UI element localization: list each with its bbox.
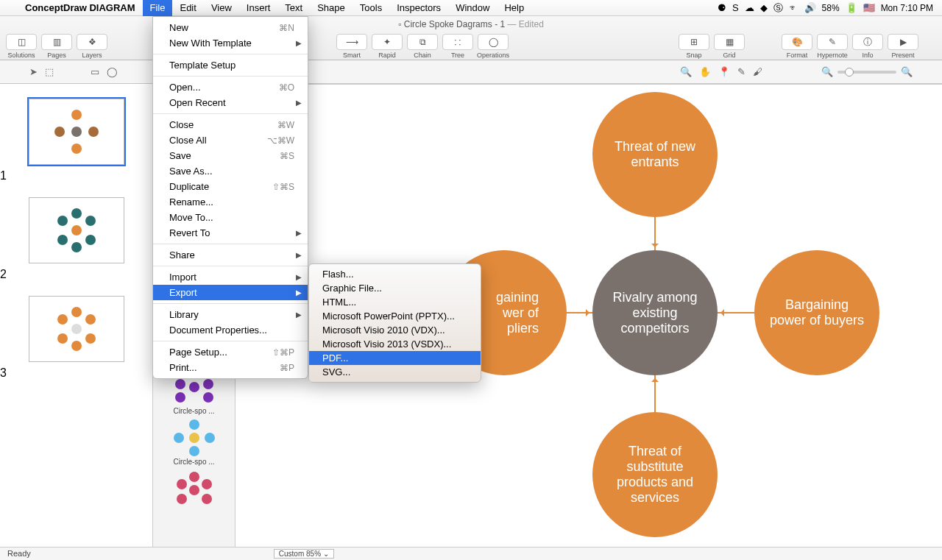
tool-hypernote[interactable]: ✎Hypernote (815, 34, 849, 59)
menu-edit[interactable]: Edit (172, 0, 203, 16)
tool-layers[interactable]: ❖Layers (75, 34, 109, 59)
lib-item-3[interactable]: Circle-spo ... (153, 419, 235, 466)
menu-insert[interactable]: Insert (239, 0, 278, 16)
hand-icon[interactable]: ✋ (699, 66, 711, 77)
window-title: ▫ Circle Spoke Dagrams - 1 — Edited (0, 19, 942, 29)
menu-window[interactable]: Window (448, 0, 497, 16)
page-thumb-2[interactable] (29, 197, 124, 263)
zoom-in-icon-2[interactable]: 🔍 (901, 66, 913, 77)
node-right[interactable]: Bargaining power of buyers (754, 250, 879, 375)
arrow-left (567, 312, 592, 313)
ellipse-icon[interactable]: ◯ (107, 66, 118, 77)
zoom-slider[interactable]: 🔍 🔍 (821, 66, 913, 77)
tool-snap[interactable]: ⊞Snap (677, 34, 711, 59)
file-menu-item[interactable]: New⌘N (153, 20, 308, 35)
app-title: ConceptDraw DIAGRAM (18, 2, 143, 13)
diamond-icon[interactable]: ◆ (760, 2, 768, 13)
file-menu-item[interactable]: Revert To▶ (153, 225, 308, 241)
file-menu-dropdown: New⌘NNew With Template▶Template SetupOpe… (152, 16, 308, 379)
tool-present[interactable]: ▶Present (886, 34, 920, 59)
menu-inspectors[interactable]: Inspectors (389, 0, 448, 16)
file-menu-item[interactable]: Import▶ (153, 269, 308, 285)
tool-grid[interactable]: ▦Grid (712, 34, 746, 59)
menu-text[interactable]: Text (277, 0, 310, 16)
tool-info[interactable]: ⓘInfo (851, 34, 885, 59)
battery-text: 58% (822, 3, 840, 13)
pages-sidebar: 1 2 3 (0, 84, 153, 547)
right-tools: 🎨Format ✎Hypernote ⓘInfo ▶Present (780, 34, 920, 59)
arrow-right (718, 312, 754, 313)
snap-tools: ⊞Snap ▦Grid (677, 34, 746, 59)
skype-icon[interactable]: Ⓢ (773, 1, 783, 15)
lib-item-4[interactable] (153, 470, 235, 507)
wifi-icon[interactable]: ᯤ (789, 2, 798, 13)
mac-menubar: ConceptDraw DIAGRAM File Edit View Inser… (0, 0, 942, 16)
pin-icon[interactable]: 📍 (718, 66, 730, 77)
zoom-out-icon[interactable]: 🔍 (821, 66, 833, 77)
file-menu-item[interactable]: Page Setup...⇧⌘P (153, 344, 308, 360)
rect-icon[interactable]: ▭ (91, 66, 99, 77)
file-menu-item[interactable]: Rename... (153, 194, 308, 210)
user-icon[interactable]: ⚈ (718, 2, 726, 13)
export-menu-item[interactable]: HTML... (309, 295, 481, 309)
brush-icon[interactable]: 🖌 (753, 66, 762, 77)
pointer-icon[interactable]: ➤ (29, 66, 38, 77)
file-menu-item[interactable]: Open Recent▶ (153, 95, 308, 110)
export-menu-item[interactable]: Graphic File... (309, 281, 481, 295)
doc-icon: ▫ (398, 19, 401, 29)
menu-view[interactable]: View (204, 0, 239, 16)
flag-icon[interactable]: 🇺🇸 (863, 2, 875, 13)
file-menu-item[interactable]: Share▶ (153, 247, 308, 263)
arrow-top (654, 217, 656, 250)
export-menu-item[interactable]: SVG... (309, 365, 481, 379)
export-menu-item[interactable]: Microsoft Visio 2013 (VSDX)... (309, 337, 481, 351)
node-bottom[interactable]: Threat of substitute products and servic… (592, 412, 718, 537)
file-menu-item[interactable]: Close All⌥⌘W (153, 132, 308, 148)
file-menu-item[interactable]: Export▶ (153, 285, 308, 300)
tool-format[interactable]: 🎨Format (780, 34, 814, 59)
export-menu-item[interactable]: Flash... (309, 267, 481, 281)
left-tools: ◫Solutions ▥Pages ❖Layers (4, 34, 109, 59)
zoom-select[interactable]: Custom 85% ⌄ (274, 549, 334, 559)
file-menu-item[interactable]: Save⌘S (153, 148, 308, 163)
status-ready: Ready (7, 549, 31, 559)
file-menu-item[interactable]: Open...⌘O (153, 79, 308, 95)
tool-pages[interactable]: ▥Pages (40, 34, 74, 59)
export-menu-item[interactable]: Microsoft Visio 2010 (VDX)... (309, 323, 481, 337)
status-bar: Ready Custom 85% ⌄ (0, 547, 942, 560)
marquee-icon[interactable]: ⬚ (45, 66, 54, 77)
file-menu-item[interactable]: Document Properties... (153, 322, 308, 338)
menu-file[interactable]: File (143, 0, 173, 16)
file-menu-item[interactable]: New With Template▶ (153, 35, 308, 51)
arrow-bottom (654, 375, 656, 412)
zoom-in-icon[interactable]: 🔍 (680, 66, 692, 77)
file-menu-item[interactable]: Duplicate⇧⌘S (153, 179, 308, 194)
menu-shape[interactable]: Shape (310, 0, 353, 16)
main-toolbar: ▫ Circle Spoke Dagrams - 1 — Edited ◫Sol… (0, 16, 942, 60)
page-thumb-3[interactable] (29, 296, 124, 362)
status-icons: ⚈ S ☁ ◆ Ⓢ ᯤ 🔊 58% 🔋 🇺🇸 Mon 7:10 PM (718, 1, 942, 15)
eyedropper-icon[interactable]: ✎ (737, 66, 746, 77)
file-menu-item[interactable]: Close⌘W (153, 117, 308, 132)
file-menu-item[interactable]: Template Setup (153, 57, 308, 73)
export-submenu: Flash...Graphic File...HTML...Microsoft … (308, 263, 481, 383)
menu-tools[interactable]: Tools (353, 0, 389, 16)
tool-solutions[interactable]: ◫Solutions (4, 34, 38, 59)
cloud-icon[interactable]: ☁ (745, 2, 754, 13)
export-menu-item[interactable]: Microsoft PowerPoint (PPTX)... (309, 309, 481, 323)
secondary-toolbar: ➤ ⬚ ▭ ◯ 🔍 ✋ 📍 ✎ 🖌 🔍 🔍 (0, 60, 942, 84)
file-menu-item[interactable]: Library▶ (153, 307, 308, 322)
clock: Mon 7:10 PM (881, 3, 933, 13)
file-menu-item[interactable]: Save As... (153, 163, 308, 179)
menu-help[interactable]: Help (497, 0, 531, 16)
export-menu-item[interactable]: PDF... (309, 351, 481, 365)
node-center[interactable]: Rivalry among existing competitors (592, 250, 718, 375)
file-menu-item[interactable]: Move To... (153, 210, 308, 225)
s-icon[interactable]: S (732, 2, 739, 13)
battery-icon[interactable]: 🔋 (846, 2, 857, 13)
page-thumb-1[interactable] (29, 99, 124, 165)
node-top[interactable]: Threat of new entrants (592, 92, 718, 217)
file-menu-item[interactable]: Print...⌘P (153, 360, 308, 375)
volume-icon[interactable]: 🔊 (804, 2, 816, 13)
